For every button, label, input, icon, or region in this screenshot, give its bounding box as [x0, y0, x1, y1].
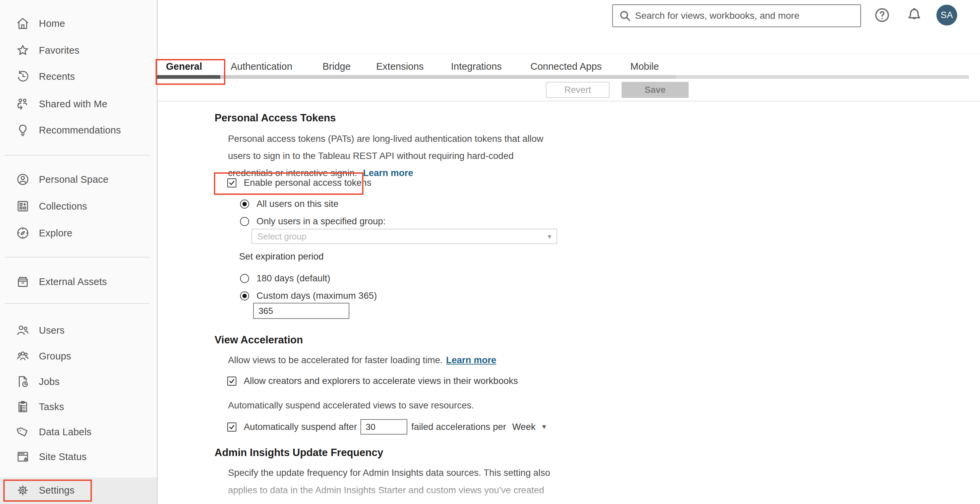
- collections-icon: [16, 199, 30, 214]
- auto-suspend-checkbox[interactable]: [228, 423, 236, 432]
- jobs-icon: [16, 374, 30, 389]
- sidebar-item-site-status[interactable]: Site Status: [0, 444, 158, 470]
- sidebar-item-label: Jobs: [39, 376, 60, 387]
- sidebar-item-label: Settings: [39, 485, 75, 496]
- tab-integrations[interactable]: Integrations: [451, 61, 502, 72]
- custom-days-label: Custom days (maximum 365): [256, 290, 377, 301]
- admin-insights-description: Specify the update frequency for Admin I…: [228, 464, 558, 504]
- enable-pat-checkbox[interactable]: [228, 178, 236, 188]
- view-acceleration-description-text: Allow views to be accelerated for faster…: [228, 355, 442, 366]
- view-acceleration-learn-more-link[interactable]: Learn more: [446, 355, 496, 366]
- custom-days-radio-row: Custom days (maximum 365): [240, 290, 377, 301]
- bell-icon: [905, 6, 923, 24]
- view-acceleration-description: Allow views to be accelerated for faster…: [228, 355, 496, 366]
- notifications-button[interactable]: [904, 5, 925, 25]
- toolbar-divider: [158, 100, 980, 102]
- sidebar-item-recommendations[interactable]: Recommendations: [0, 117, 158, 143]
- personal-space-icon: [16, 172, 30, 187]
- period-value: Week: [512, 421, 536, 432]
- sidebar-item-tasks[interactable]: Tasks: [0, 394, 158, 420]
- revert-button[interactable]: Revert: [546, 82, 609, 98]
- search-input[interactable]: [635, 10, 860, 21]
- sidebar-item-label: Shared with Me: [39, 99, 107, 110]
- external-assets-icon: [16, 274, 30, 289]
- save-button[interactable]: Save: [622, 82, 689, 98]
- period-dropdown[interactable]: Week ▼: [512, 421, 547, 432]
- sidebar-divider: [5, 155, 150, 156]
- sidebar-item-users[interactable]: Users: [0, 317, 158, 343]
- search-icon: [618, 9, 632, 22]
- days-180-radio[interactable]: [240, 274, 249, 283]
- expiration-period-label: Set expiration period: [239, 251, 323, 262]
- sidebar-item-label: Favorites: [39, 45, 80, 56]
- sidebar-item-collections[interactable]: Collections: [0, 193, 158, 219]
- groups-icon: [16, 349, 30, 364]
- auto-suspend-prefix-label: Automatically suspend after: [244, 421, 357, 432]
- sidebar-item-shared-with-me[interactable]: Shared with Me: [0, 91, 158, 117]
- search-box: [612, 4, 861, 27]
- sidebar-divider: [5, 303, 150, 304]
- tab-mobile[interactable]: Mobile: [630, 61, 659, 72]
- sidebar-item-jobs[interactable]: Jobs: [0, 369, 158, 395]
- avatar[interactable]: SA: [936, 5, 957, 25]
- view-acceleration-title: View Acceleration: [215, 334, 303, 346]
- lightbulb-icon: [16, 123, 30, 137]
- tag-icon: [16, 425, 30, 439]
- sidebar-item-label: Personal Space: [39, 174, 109, 185]
- all-users-radio[interactable]: [240, 200, 249, 208]
- tab-track-light: [676, 75, 969, 79]
- sidebar-item-label: Collections: [39, 201, 87, 212]
- sidebar-item-label: Groups: [39, 351, 71, 362]
- enable-pat-label: Enable personal access tokens: [244, 177, 371, 188]
- sidebar-item-label: Recommendations: [39, 125, 121, 136]
- users-icon: [16, 323, 30, 338]
- custom-days-radio[interactable]: [240, 291, 249, 300]
- chevron-down-icon: ▼: [541, 423, 547, 431]
- sidebar-item-external-assets[interactable]: External Assets: [0, 269, 158, 295]
- days-180-label: 180 days (default): [256, 273, 330, 284]
- sidebar-item-data-labels[interactable]: Data Labels: [0, 419, 158, 445]
- shared-with-me-icon: [16, 97, 30, 111]
- pat-description: Personal access tokens (PATs) are long-l…: [228, 130, 546, 181]
- select-group-dropdown[interactable]: Select group ▾: [251, 229, 557, 244]
- select-group-placeholder: Select group: [258, 231, 306, 242]
- tab-connected-apps[interactable]: Connected Apps: [530, 61, 602, 72]
- explore-compass-icon: [16, 226, 30, 240]
- all-users-label: All users on this site: [256, 199, 339, 209]
- sidebar-item-personal-space[interactable]: Personal Space: [0, 166, 158, 192]
- sidebar-item-label: Home: [39, 18, 65, 29]
- auto-suspend-row: Automatically suspend after failed accel…: [228, 419, 547, 435]
- header-divider: [158, 54, 980, 54]
- allow-accelerate-checkbox[interactable]: [228, 377, 236, 386]
- sidebar-item-home[interactable]: Home: [0, 10, 158, 37]
- auto-suspend-suffix-label: failed accelerations per: [411, 421, 506, 432]
- sidebar-item-label: Explore: [39, 228, 72, 239]
- sidebar-item-favorites[interactable]: Favorites: [0, 37, 158, 64]
- sidebar-item-label: Data Labels: [39, 426, 92, 437]
- tab-general[interactable]: General: [166, 61, 202, 72]
- sidebar-item-label: Tasks: [39, 401, 64, 412]
- sidebar-item-label: External Assets: [39, 276, 107, 288]
- sidebar-item-recents[interactable]: Recents: [0, 64, 158, 89]
- sidebar-item-label: Recents: [39, 71, 75, 82]
- suspend-note: Automatically suspend accelerated views …: [228, 400, 474, 411]
- tab-authentication[interactable]: Authentication: [231, 61, 292, 72]
- sidebar-item-explore[interactable]: Explore: [0, 220, 158, 246]
- sidebar-item-groups[interactable]: Groups: [0, 343, 158, 369]
- pat-learn-more-link[interactable]: Learn more: [363, 168, 414, 178]
- specified-group-label: Only users in a specified group:: [256, 216, 385, 227]
- sidebar-item-settings[interactable]: Settings: [0, 477, 158, 504]
- help-button[interactable]: [872, 5, 892, 25]
- home-icon: [16, 16, 30, 31]
- allow-accelerate-label: Allow creators and explorers to accelera…: [244, 375, 518, 386]
- pat-section-title: Personal Access Tokens: [215, 112, 336, 124]
- custom-days-input[interactable]: [253, 303, 349, 319]
- chevron-down-icon: ▾: [548, 232, 551, 240]
- all-users-radio-row: All users on this site: [240, 199, 339, 209]
- tab-bridge[interactable]: Bridge: [323, 61, 351, 72]
- specified-group-radio[interactable]: [240, 217, 249, 226]
- specified-group-radio-row: Only users in a specified group:: [240, 216, 385, 227]
- suspend-count-input[interactable]: [360, 419, 407, 435]
- tab-active-indicator: [157, 75, 220, 79]
- tab-extensions[interactable]: Extensions: [376, 61, 424, 72]
